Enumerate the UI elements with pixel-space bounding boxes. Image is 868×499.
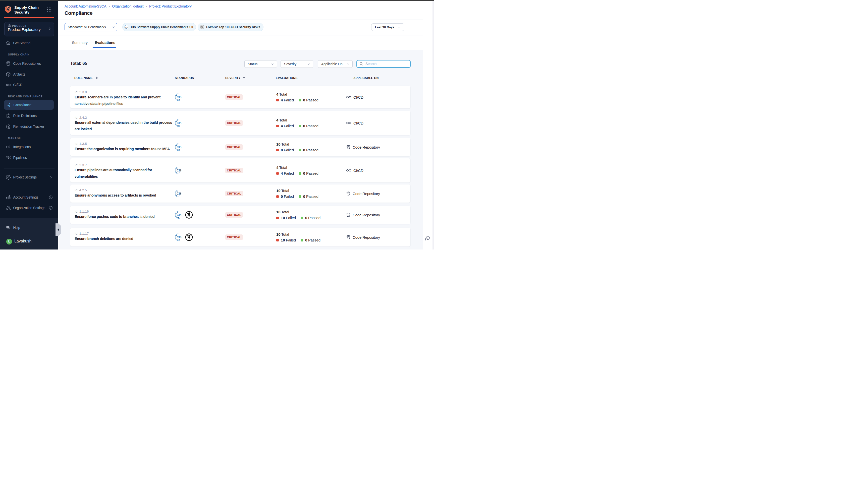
svg-text:CIS: CIS — [177, 236, 181, 239]
svg-text:CIS: CIS — [177, 121, 181, 124]
svg-text:CIS: CIS — [177, 192, 181, 195]
svg-text:CIS: CIS — [177, 214, 181, 216]
svg-text:?: ? — [7, 226, 9, 228]
svg-text:CIS: CIS — [177, 96, 181, 99]
svg-text:CIS: CIS — [177, 169, 181, 172]
svg-text:CIS: CIS — [177, 146, 181, 149]
svg-text:CIS: CIS — [125, 26, 128, 28]
